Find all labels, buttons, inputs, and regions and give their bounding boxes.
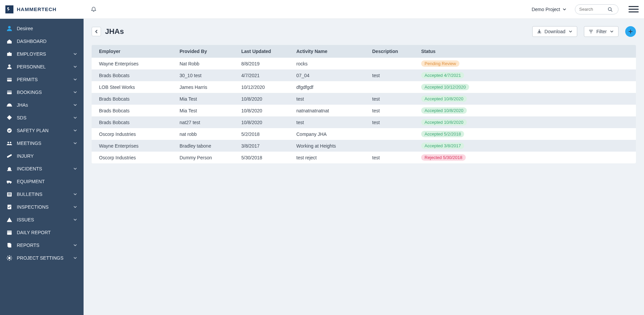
chevron-down-icon <box>73 128 78 133</box>
chevron-down-icon <box>73 256 78 260</box>
cell-employer: Oscorp Industries <box>92 152 172 163</box>
cell-provided-by: nat27 test <box>172 116 234 128</box>
sidebar-item-inspections[interactable]: INSPECTIONS <box>0 201 84 213</box>
table-row[interactable]: Wayne EnterprisesBradley tabone3/8/2017W… <box>92 140 636 152</box>
cell-provided-by: Nat Robb <box>172 58 234 69</box>
sidebar-item-label: INSPECTIONS <box>17 204 69 210</box>
cell-description <box>365 140 414 152</box>
cell-provided-by: Mia Test <box>172 105 234 116</box>
sidebar-item-daily-report[interactable]: DAILY REPORT <box>0 226 84 239</box>
table-row[interactable]: Wayne EnterprisesNat Robb8/8/2019rocksPe… <box>92 58 636 69</box>
cell-status: Accepted 5/2/2018 <box>414 128 636 140</box>
clipboard-check-icon <box>6 204 13 210</box>
cell-description: test <box>365 152 414 163</box>
cell-activity: rocks <box>289 58 365 69</box>
cell-last-updated: 4/7/2021 <box>234 69 289 81</box>
table-row[interactable]: Oscorp IndustriesDummy Person5/30/2018te… <box>92 152 636 163</box>
main-menu-button[interactable] <box>629 4 639 14</box>
status-badge: Accepted 10/8/2020 <box>421 107 467 114</box>
sidebar-item-issues[interactable]: ISSUES <box>0 213 84 226</box>
sidebar-item-meetings[interactable]: MEETINGS <box>0 137 84 150</box>
project-switcher[interactable]: Demo Project <box>529 5 569 13</box>
download-button[interactable]: Download <box>532 26 577 37</box>
siren-icon <box>6 165 13 172</box>
search-input[interactable] <box>579 6 605 12</box>
search-icon <box>607 7 613 12</box>
sidebar-item-safety-plan[interactable]: SAFETY PLAN <box>0 124 84 137</box>
status-badge: Accepted 10/12/2020 <box>421 84 469 90</box>
search-box[interactable] <box>575 4 618 14</box>
status-badge: Accepted 10/8/2020 <box>421 119 467 125</box>
cell-description: test <box>365 105 414 116</box>
table-row[interactable]: Oscorp Industriesnat robb5/2/2018Company… <box>92 128 636 140</box>
back-button[interactable] <box>92 27 101 36</box>
chevron-down-icon <box>73 166 78 171</box>
cell-description: test <box>365 69 414 81</box>
sidebar-item-bookings[interactable]: BOOKINGS <box>0 86 84 99</box>
cell-employer: Brads Bobcats <box>92 105 172 116</box>
sidebar-item-label: REPORTS <box>17 243 69 248</box>
jha-table: EmployerProvided ByLast UpdatedActivity … <box>92 45 636 163</box>
cell-status: Accepted 10/12/2020 <box>414 81 636 93</box>
cell-provided-by: Dummy Person <box>172 152 234 163</box>
column-header[interactable]: Employer <box>92 45 172 58</box>
sidebar-item-label: SAFETY PLAN <box>17 128 69 133</box>
cell-employer: Wayne Enterprises <box>92 140 172 152</box>
cell-last-updated: 10/8/2020 <box>234 116 289 128</box>
table-row[interactable]: Brads BobcatsMia Test10/8/2020testtestAc… <box>92 93 636 105</box>
column-header[interactable]: Activity Name <box>289 45 365 58</box>
cell-last-updated: 3/8/2017 <box>234 140 289 152</box>
table-row[interactable]: Brads Bobcatsnat27 test10/8/2020testtest… <box>92 116 636 128</box>
sidebar-item-sds[interactable]: SDS <box>0 111 84 124</box>
truck-icon <box>6 178 13 185</box>
card-icon <box>6 89 13 96</box>
sidebar-item-label: PERMITS <box>17 77 69 82</box>
column-header[interactable]: Status <box>414 45 636 58</box>
sidebar-item-jhas[interactable]: JHAs <box>0 99 84 111</box>
cell-last-updated: 5/2/2018 <box>234 128 289 140</box>
diamond-icon <box>6 114 13 121</box>
filter-button[interactable]: Filter <box>584 26 618 37</box>
sidebar-item-permits[interactable]: PERMITS <box>0 73 84 86</box>
status-badge: Accepted 3/8/2017 <box>421 143 464 149</box>
top-bar: HAMMERTECH Demo Project <box>0 0 644 19</box>
cell-description <box>365 128 414 140</box>
table-row[interactable]: Brads BobcatsMia Test10/8/2020natnatnatn… <box>92 105 636 116</box>
sidebar-item-reports[interactable]: REPORTS <box>0 239 84 252</box>
column-header[interactable]: Last Updated <box>234 45 289 58</box>
notifications-button[interactable] <box>89 5 98 14</box>
calendar-icon <box>6 229 13 236</box>
sidebar-item-bulletins[interactable]: BULLETINS <box>0 188 84 201</box>
sidebar-item-employers[interactable]: EMPLOYERS <box>0 48 84 60</box>
sidebar-item-label: MEETINGS <box>17 141 69 146</box>
chevron-down-icon <box>73 192 78 197</box>
sidebar-user[interactable]: Desiree <box>0 22 84 35</box>
sidebar-item-injury[interactable]: INJURY <box>0 150 84 162</box>
table-row[interactable]: Brads Bobcats30_10 test4/7/202107_04test… <box>92 69 636 81</box>
cell-last-updated: 10/12/2020 <box>234 81 289 93</box>
column-header[interactable]: Description <box>365 45 414 58</box>
sidebar-item-label: BOOKINGS <box>17 90 69 95</box>
dashboard-icon <box>6 38 13 45</box>
gear-icon <box>6 255 13 261</box>
sidebar-item-incidents[interactable]: INCIDENTS <box>0 162 84 175</box>
sidebar-item-project-settings[interactable]: PROJECT SETTINGS <box>0 252 84 264</box>
cell-employer: Brads Bobcats <box>92 93 172 105</box>
column-header[interactable]: Provided By <box>172 45 234 58</box>
chevron-down-icon <box>73 243 78 248</box>
sidebar-user-name: Desiree <box>17 26 78 31</box>
add-button[interactable] <box>625 26 636 37</box>
sidebar-item-dashboard[interactable]: DASHBOARD <box>0 35 84 48</box>
cell-activity: natnatnatnatnat <box>289 105 365 116</box>
table-row[interactable]: LOB Steel WorksJames Harris10/12/2020dfg… <box>92 81 636 93</box>
chevron-down-icon <box>73 77 78 82</box>
check-circle-icon <box>6 127 13 134</box>
sidebar-item-label: JHAs <box>17 102 69 108</box>
sidebar-item-equipment[interactable]: EQUIPMENT <box>0 175 84 188</box>
sidebar-item-label: BULLETINS <box>17 192 69 197</box>
sidebar-item-personnel[interactable]: PERSONNEL <box>0 60 84 73</box>
chevron-down-icon <box>73 64 78 69</box>
filter-icon <box>588 29 594 34</box>
brand[interactable]: HAMMERTECH <box>5 5 84 13</box>
sidebar-item-label: DASHBOARD <box>17 39 78 44</box>
